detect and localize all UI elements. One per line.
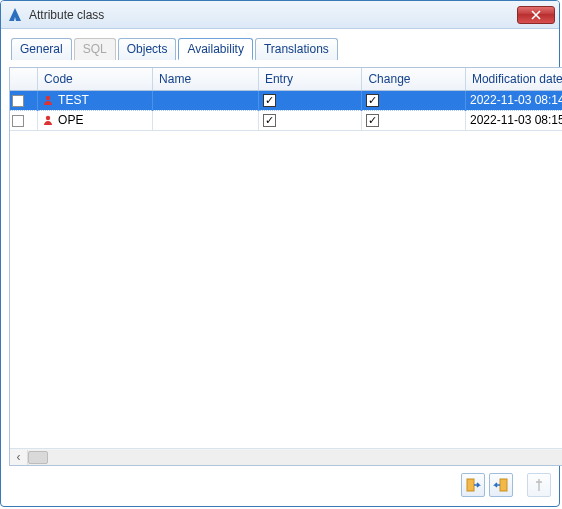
table-row[interactable]: OPE 2022-11-03 08:15:27 (10, 110, 562, 130)
tab-availability[interactable]: Availability (178, 38, 252, 60)
cell-moddate: 2022-11-03 08:14:15 (470, 93, 562, 107)
svg-rect-8 (500, 479, 507, 491)
tab-sql: SQL (74, 38, 116, 60)
user-icon (42, 114, 54, 126)
tab-objects[interactable]: Objects (118, 38, 177, 60)
cell-code: TEST (58, 93, 89, 107)
cell-entry-checkbox[interactable] (263, 114, 276, 127)
close-button[interactable] (517, 6, 555, 24)
grid-header-row: Code Name Entry Change Modification date (10, 68, 562, 90)
grid-header-moddate[interactable]: Modification date (465, 68, 562, 90)
tab-translations[interactable]: Translations (255, 38, 338, 60)
row-select-checkbox[interactable] (12, 95, 24, 107)
dialog-body: General SQL Objects Availability Transla… (1, 29, 559, 506)
app-icon (7, 7, 23, 23)
cell-change-checkbox[interactable] (366, 114, 379, 127)
attribute-class-dialog: Attribute class General SQL Objects Avai… (0, 0, 560, 507)
export-button-a[interactable] (461, 473, 485, 497)
cell-change-checkbox[interactable] (366, 94, 379, 107)
window-title: Attribute class (29, 8, 517, 22)
table-row[interactable]: TEST 2022-11-03 08:14:15 (10, 90, 562, 110)
scroll-thumb[interactable] (28, 451, 48, 464)
svg-point-0 (46, 96, 50, 100)
row-select-checkbox[interactable] (12, 115, 24, 127)
horizontal-scrollbar[interactable]: ‹ › (10, 448, 562, 465)
grid-header-code[interactable]: Code (38, 68, 153, 90)
titlebar: Attribute class (1, 1, 559, 29)
tab-general[interactable]: General (11, 38, 72, 60)
grid-header-change[interactable]: Change (362, 68, 466, 90)
grid-header-entry[interactable]: Entry (258, 68, 362, 90)
bottom-toolbar (9, 470, 551, 500)
user-icon (42, 94, 54, 106)
cell-code: OPE (58, 113, 83, 127)
cell-moddate: 2022-11-03 08:15:27 (470, 113, 562, 127)
grid-header-name[interactable]: Name (153, 68, 259, 90)
pin-button[interactable] (527, 473, 551, 497)
grid-header-selector[interactable] (10, 68, 38, 90)
export-button-b[interactable] (489, 473, 513, 497)
svg-rect-7 (467, 479, 474, 491)
availability-grid: Code Name Entry Change Modification date (9, 67, 562, 466)
tab-bar: General SQL Objects Availability Transla… (9, 37, 551, 59)
cell-entry-checkbox[interactable] (263, 94, 276, 107)
svg-point-1 (46, 116, 50, 120)
scroll-track[interactable] (27, 450, 562, 465)
scroll-left-button[interactable]: ‹ (10, 450, 27, 465)
